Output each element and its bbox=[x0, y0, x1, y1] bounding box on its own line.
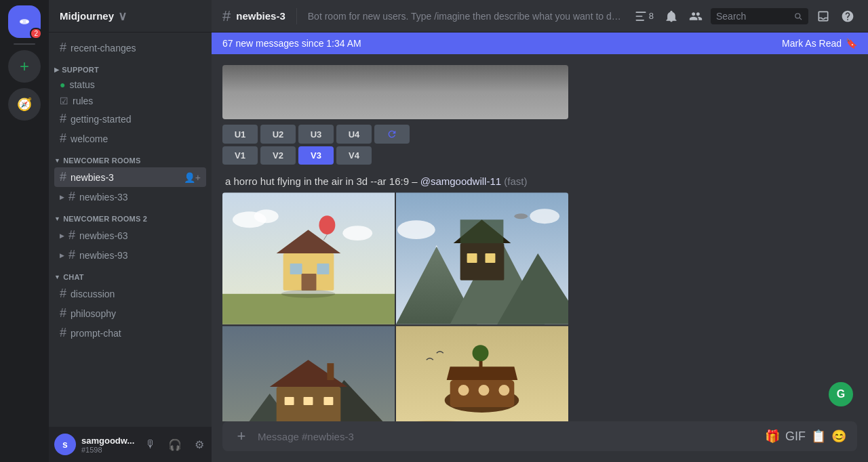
microphone-button[interactable]: 🎙 bbox=[140, 434, 161, 455]
channel-item-welcome[interactable]: # welcome bbox=[54, 129, 206, 148]
chevron-down-icon: ▼ bbox=[54, 274, 60, 280]
server-divider bbox=[14, 43, 35, 45]
svg-rect-4 bbox=[635, 20, 644, 21]
image-cell-2 bbox=[396, 192, 568, 324]
v4-button-top[interactable]: V4 bbox=[336, 146, 372, 165]
partial-image bbox=[222, 65, 568, 119]
threads-button[interactable]: 8 bbox=[631, 7, 656, 26]
svg-point-29 bbox=[514, 213, 528, 219]
svg-point-17 bbox=[342, 226, 372, 240]
channel-item-status[interactable]: ● status bbox=[54, 77, 206, 93]
channel-sidebar: Midjourney ∨ # recent-changes ▶ SUPPORT … bbox=[49, 0, 212, 462]
u3-button-top[interactable]: U3 bbox=[298, 125, 334, 144]
chevron-down-icon: ▼ bbox=[54, 157, 60, 164]
messages-area: U1 U2 U3 U4 V1 V2 V3 V4 a horr bbox=[212, 54, 868, 421]
explore-button[interactable]: 🧭 bbox=[8, 88, 41, 121]
refresh-button-top[interactable] bbox=[374, 125, 410, 144]
u4-button-top[interactable]: U4 bbox=[336, 125, 372, 144]
topbar-description: Bot room for new users. Type /imagine th… bbox=[308, 11, 623, 22]
upscale-buttons-row: U1 U2 U3 U4 bbox=[222, 125, 857, 144]
message-prompt: a horro hut flying in the air in 3d --ar… bbox=[222, 175, 857, 187]
main-content: # newbies-3 Bot room for new users. Type… bbox=[212, 0, 868, 462]
headset-button[interactable]: 🎧 bbox=[164, 434, 186, 455]
search-bar[interactable] bbox=[711, 8, 808, 24]
notification-button[interactable] bbox=[662, 7, 681, 26]
chevron-right-icon: ▶ bbox=[54, 66, 59, 73]
svg-point-0 bbox=[20, 20, 23, 23]
variation-buttons-row: V1 V2 V3 V4 bbox=[222, 146, 857, 165]
emoji-button[interactable]: 😊 bbox=[831, 429, 846, 444]
channel-item-philosophy[interactable]: # philosophy bbox=[54, 303, 206, 323]
gif-button[interactable]: GIF bbox=[785, 429, 806, 444]
server-bar: 2 + 🧭 bbox=[0, 0, 49, 462]
checkbox-icon: ☑ bbox=[60, 96, 68, 106]
v1-button-top[interactable]: V1 bbox=[222, 146, 258, 165]
svg-point-13 bbox=[319, 215, 335, 234]
channel-item-recent-changes[interactable]: # recent-changes bbox=[54, 38, 206, 58]
svg-rect-24 bbox=[460, 243, 505, 280]
user-panel: s samgoodw... #1598 🎙 🎧 ⚙ bbox=[49, 427, 212, 462]
svg-rect-45 bbox=[323, 397, 333, 405]
channel-item-newbies-93[interactable]: ▶ # newbies-93 bbox=[54, 245, 206, 265]
v3-button-top[interactable]: V3 bbox=[298, 146, 334, 165]
settings-button[interactable]: ⚙ bbox=[189, 434, 210, 455]
chevron-right-icon: ▶ bbox=[60, 252, 64, 259]
gift-button[interactable]: 🎁 bbox=[765, 429, 780, 444]
chevron-down-icon: ∨ bbox=[118, 9, 127, 24]
channel-item-newbies-3[interactable]: # newbies-3 👤+ bbox=[54, 167, 206, 187]
sticker-button[interactable]: 📋 bbox=[811, 429, 826, 444]
topbar: # newbies-3 Bot room for new users. Type… bbox=[212, 0, 868, 33]
svg-point-1 bbox=[26, 20, 28, 23]
avatar: s bbox=[54, 434, 76, 455]
chevron-right-icon: ▶ bbox=[60, 232, 64, 239]
svg-point-16 bbox=[254, 209, 279, 223]
svg-rect-44 bbox=[304, 397, 313, 405]
float-avatar-icon: G bbox=[829, 382, 853, 406]
members-button[interactable] bbox=[686, 7, 705, 26]
svg-point-56 bbox=[498, 385, 509, 396]
channel-item-prompt-chat[interactable]: # prompt-chat bbox=[54, 323, 206, 343]
svg-rect-28 bbox=[485, 253, 495, 263]
svg-point-31 bbox=[530, 209, 559, 224]
image-grid bbox=[222, 192, 568, 421]
svg-rect-26 bbox=[460, 219, 504, 243]
svg-rect-6 bbox=[222, 294, 395, 324]
category-chat[interactable]: ▼ U1 CHAT bbox=[49, 270, 212, 284]
speed-tag: (fast) bbox=[504, 175, 527, 187]
v2-button-top[interactable]: V2 bbox=[260, 146, 296, 165]
topbar-actions: 8 bbox=[631, 7, 857, 26]
help-button[interactable] bbox=[838, 7, 857, 26]
channel-item-discussion[interactable]: # discussion bbox=[54, 284, 206, 303]
svg-point-54 bbox=[458, 385, 469, 396]
u1-button-top[interactable]: U1 bbox=[222, 125, 258, 144]
svg-point-30 bbox=[397, 220, 435, 239]
channel-item-getting-started[interactable]: # getting-started bbox=[54, 109, 206, 129]
bookmark-icon: 🔖 bbox=[846, 38, 857, 49]
svg-rect-2 bbox=[635, 12, 646, 13]
image-cell-1 bbox=[222, 192, 395, 324]
banner-text: 67 new messages since 1:34 AM bbox=[222, 38, 361, 49]
message-input[interactable] bbox=[258, 431, 757, 442]
svg-point-12 bbox=[281, 290, 336, 298]
category-newcomer-rooms[interactable]: ▼ NEWCOMER ROOMS bbox=[49, 154, 212, 167]
input-actions: 🎁 GIF 📋 😊 bbox=[765, 429, 846, 444]
channel-item-rules[interactable]: ☑ rules bbox=[54, 93, 206, 109]
mark-as-read-button[interactable]: Mark As Read 🔖 bbox=[782, 38, 857, 49]
inbox-button[interactable] bbox=[814, 7, 833, 26]
svg-rect-46 bbox=[327, 363, 334, 380]
channel-item-newbies-33[interactable]: ▶ # newbies-33 bbox=[54, 187, 206, 207]
search-input[interactable] bbox=[716, 11, 791, 22]
channel-item-newbies-63[interactable]: ▶ # newbies-63 bbox=[54, 226, 206, 245]
add-server-button[interactable]: + bbox=[8, 50, 41, 83]
status-dot-icon: ● bbox=[60, 79, 65, 90]
server-icon-midjourney[interactable]: 2 bbox=[8, 5, 41, 38]
u2-button-top[interactable]: U2 bbox=[260, 125, 296, 144]
category-newcomer-rooms-2[interactable]: ▼ NEWCOMER ROOMS 2 bbox=[49, 212, 212, 226]
channels-list: # recent-changes ▶ SUPPORT ● status ☑ ru… bbox=[49, 33, 212, 427]
member-count: 8 bbox=[649, 11, 654, 21]
notification-badge: 2 bbox=[30, 28, 42, 39]
add-attachment-button[interactable]: + bbox=[233, 427, 250, 445]
user-info: samgoodw... #1598 bbox=[81, 436, 134, 454]
server-name: Midjourney ∨ bbox=[60, 9, 127, 24]
category-support[interactable]: ▶ SUPPORT bbox=[49, 63, 212, 77]
